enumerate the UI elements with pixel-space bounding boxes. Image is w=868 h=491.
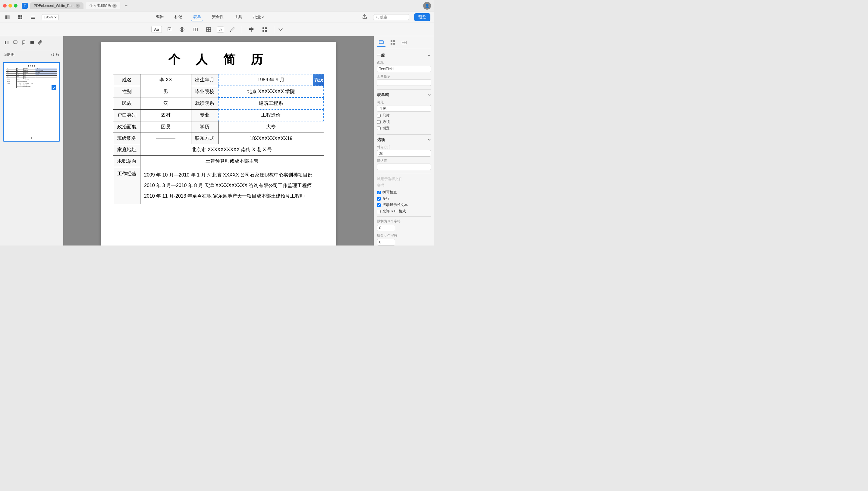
- share-icon: [362, 14, 367, 19]
- tab-2[interactable]: 个人求职简历 ×: [86, 2, 120, 9]
- pen-tool-button[interactable]: [227, 26, 237, 33]
- zoom-control[interactable]: 195%: [41, 14, 59, 20]
- thumbnail-area[interactable]: 个 人 简 历 姓名李XX出生年月1989年9月 性别男毕业院校北京XXXXXX…: [0, 59, 63, 246]
- table-row: 工作经验 2009 年 10 月—2010 年 1 月 河北省 XXXXX 公司…: [113, 167, 324, 204]
- search-box[interactable]: [373, 14, 409, 20]
- menu-edit[interactable]: 编辑: [154, 13, 165, 21]
- minimize-button[interactable]: [8, 4, 12, 7]
- tab-add-button[interactable]: +: [123, 2, 129, 9]
- readonly-label: 只读: [383, 113, 390, 118]
- right-panel: 一般 名称 TextField 工具提示 表单域 可见 可见 只读: [374, 36, 434, 246]
- menu-batch[interactable]: 批量: [251, 13, 266, 21]
- sidebar-attachments[interactable]: [37, 39, 44, 47]
- panel-tab-grid[interactable]: [389, 39, 397, 47]
- grid-tool-button[interactable]: [259, 26, 270, 33]
- ok-tool-button[interactable]: ok: [217, 27, 225, 32]
- value-address: 北京市 XXXXXXXXXX 南街 X 巷 X 号: [140, 144, 324, 156]
- scroll-checkbox[interactable]: [377, 203, 381, 207]
- svg-rect-30: [30, 43, 34, 44]
- label-household: 户口类别: [113, 109, 140, 121]
- rtf-checkbox[interactable]: [377, 210, 381, 213]
- menu-mark[interactable]: 标记: [173, 13, 184, 21]
- sidebar-bookmarks[interactable]: [21, 39, 27, 47]
- label-experience: 工作经验: [113, 167, 140, 204]
- value-household: 农村: [140, 109, 191, 121]
- page-number: 1: [5, 136, 58, 140]
- share-button[interactable]: [361, 13, 368, 21]
- field-name-label: 名称: [377, 61, 431, 65]
- tab-2-close[interactable]: ×: [112, 4, 117, 8]
- panel-tab-form[interactable]: [377, 39, 386, 47]
- svg-rect-1: [7, 16, 10, 19]
- rotate-right-button[interactable]: ↻: [56, 52, 59, 57]
- align-icon: [249, 27, 254, 32]
- close-button[interactable]: [3, 4, 7, 7]
- spellcheck-checkbox[interactable]: [377, 191, 381, 194]
- value-major[interactable]: 工程造价: [218, 109, 324, 121]
- multiline-checkbox[interactable]: [377, 197, 381, 201]
- maximize-button[interactable]: [14, 4, 18, 7]
- required-checkbox[interactable]: [377, 120, 381, 124]
- sidebar-comments[interactable]: [12, 39, 19, 47]
- menu-form[interactable]: 表单: [191, 13, 203, 21]
- page-thumbnail[interactable]: 个 人 简 历 姓名李XX出生年月1989年9月 性别男毕业院校北京XXXXXX…: [3, 62, 60, 142]
- combine-tool-button[interactable]: [190, 26, 200, 33]
- value-birthdate[interactable]: 1989 年 9 月 Tex: [218, 74, 324, 86]
- field-tooltip-value[interactable]: [377, 79, 431, 86]
- readonly-checkbox[interactable]: [377, 114, 381, 117]
- panel-view-button[interactable]: [29, 14, 37, 21]
- checkbox-tool-button[interactable]: ☑: [165, 25, 174, 33]
- table-row: 性别 男 毕业院校 北京 XXXXXXXX 学院: [113, 86, 324, 97]
- section-general-header[interactable]: 一般: [377, 53, 431, 58]
- thumbnail-label: 缩略图 ↺ ↻: [0, 50, 63, 59]
- thumbnail-image: 个 人 简 历 姓名李XX出生年月1989年9月 性别男毕业院校北京XXXXXX…: [5, 64, 58, 135]
- tab-1-close[interactable]: ×: [76, 4, 80, 8]
- table-tool-button[interactable]: [203, 26, 214, 33]
- sidebar-panel-icon: [4, 40, 9, 45]
- sidebar-layers[interactable]: [29, 39, 35, 47]
- svg-rect-3: [21, 15, 22, 17]
- search-input[interactable]: [380, 15, 407, 19]
- value-school[interactable]: 北京 XXXXXXXX 学院: [218, 86, 324, 97]
- password-label: 密码: [377, 183, 384, 188]
- section-options-header[interactable]: 选项: [377, 137, 431, 143]
- field-name-value[interactable]: TextField: [377, 66, 431, 72]
- textfield-tool-button[interactable]: Aa: [151, 26, 162, 33]
- label-major: 专业: [191, 109, 218, 121]
- panel-tab-table[interactable]: [400, 39, 409, 47]
- value-classrole: ————: [140, 133, 191, 144]
- zoom-value: 195%: [44, 15, 53, 19]
- sidebar-toggle-panel[interactable]: [4, 39, 10, 47]
- grid-view-button[interactable]: [16, 14, 24, 21]
- app-icon: F: [22, 3, 28, 9]
- preview-button[interactable]: 预览: [414, 13, 430, 21]
- file-selector-label: 域用于选择文件: [377, 176, 402, 182]
- align-tool-button[interactable]: [246, 26, 256, 33]
- spellcheck-label: 拼写检查: [383, 190, 397, 195]
- document-content[interactable]: 个 人 简 历 姓名 李 XX 出生年月 1989 年 9 月 Tex 性别 男…: [63, 36, 374, 246]
- sidebar-icon: [5, 15, 10, 20]
- label-gender: 性别: [113, 86, 140, 97]
- alignment-select[interactable]: 左: [377, 150, 431, 156]
- traffic-lights: [3, 4, 18, 7]
- default-value[interactable]: [377, 164, 431, 170]
- ok-label: ok: [219, 28, 222, 31]
- limit-input[interactable]: [377, 225, 395, 231]
- table-tab-icon: [402, 40, 407, 45]
- sidebar-toggle-button[interactable]: [4, 14, 11, 21]
- menu-tools[interactable]: 工具: [233, 13, 244, 21]
- menu-security[interactable]: 安全性: [210, 13, 225, 21]
- label-school: 毕业院校: [191, 86, 218, 97]
- section-form-header[interactable]: 表单域: [377, 92, 431, 97]
- form-toolbar: Aa ☑ ok: [0, 23, 434, 36]
- user-avatar[interactable]: 👤: [423, 2, 431, 10]
- radio-tool-button[interactable]: [177, 26, 187, 33]
- value-department[interactable]: 建筑工程系: [218, 97, 324, 109]
- locked-checkbox[interactable]: [377, 126, 381, 130]
- visibility-select[interactable]: 可见: [377, 105, 431, 112]
- combine-input[interactable]: [377, 239, 395, 246]
- rotate-left-button[interactable]: ↺: [51, 52, 55, 57]
- tab-1[interactable]: PDFelement_White_Pa... ×: [30, 2, 83, 9]
- value-gender: 男: [140, 86, 191, 97]
- svg-rect-2: [18, 15, 20, 17]
